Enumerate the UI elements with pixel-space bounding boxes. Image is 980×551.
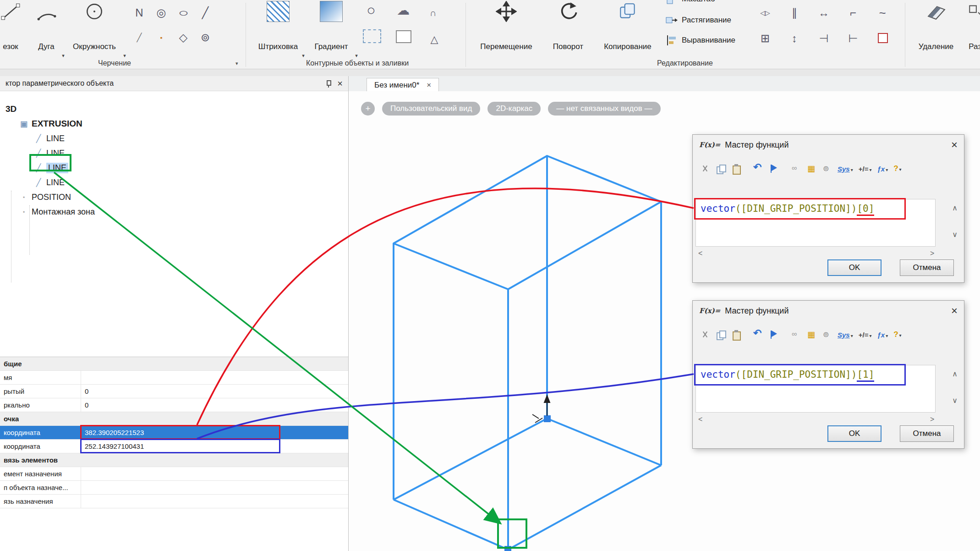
tool-explode[interactable]: Разб [961, 0, 980, 58]
tree-item[interactable]: 3D [0, 102, 348, 116]
insert-ref-icon[interactable] [822, 330, 832, 340]
grip-point-bottom[interactable] [504, 546, 511, 551]
scroll-up-icon[interactable]: ∧ [952, 369, 958, 378]
scroll-down-icon[interactable]: ∨ [952, 396, 958, 405]
panel-close-icon[interactable]: × [337, 79, 343, 88]
wipeout-triangle-icon[interactable] [425, 30, 443, 49]
region-icon[interactable] [396, 30, 411, 43]
operators-menu[interactable]: +/= [859, 331, 872, 339]
dialog-title-bar[interactable]: F(x)= Мастер функций × [693, 301, 964, 321]
flag-icon[interactable] [769, 164, 779, 174]
insert-block-icon[interactable] [806, 330, 816, 340]
cut-icon[interactable] [700, 330, 710, 340]
group-dialog-launcher-icon[interactable] [235, 58, 238, 69]
property-row[interactable]: мя [0, 371, 348, 385]
ok-button[interactable]: OK [827, 259, 881, 276]
dialog-close-icon[interactable]: × [951, 305, 958, 316]
property-row[interactable]: вязь элементов [0, 453, 348, 467]
tool-gradient[interactable]: Градиент [306, 0, 356, 58]
boundary-rect-icon[interactable] [363, 29, 381, 43]
ok-button[interactable]: OK [827, 425, 881, 442]
spline-edit-icon[interactable] [873, 4, 892, 22]
tree-item[interactable]: LINE [0, 146, 348, 160]
offset-icon[interactable] [785, 4, 804, 22]
dialog-close-icon[interactable]: × [951, 139, 958, 150]
profile-icon[interactable] [424, 4, 442, 22]
polyline-icon[interactable] [130, 4, 148, 22]
view-status-pill[interactable]: Пользовательский вид [382, 102, 480, 116]
tool-stretch[interactable]: Растягивание [665, 14, 731, 27]
point-icon[interactable] [152, 28, 170, 47]
scroll-down-icon[interactable]: ∨ [952, 230, 958, 239]
scroll-up-icon[interactable]: ∧ [952, 204, 958, 212]
property-row[interactable]: очка [0, 412, 348, 426]
property-value[interactable]: 382.390205221523 [81, 426, 348, 439]
property-row[interactable]: координата 252.143927100431 [0, 440, 348, 453]
copy-icon[interactable] [716, 330, 726, 340]
array-icon[interactable] [756, 29, 774, 48]
cancel-button[interactable]: Отмена [900, 259, 954, 276]
insert-block-icon[interactable] [806, 164, 816, 174]
help-menu[interactable]: ? [893, 164, 901, 173]
tree-item[interactable]: POSITION [0, 190, 348, 204]
help-menu[interactable]: ? [893, 330, 901, 339]
distribute-h-icon[interactable] [815, 4, 833, 22]
flag-icon[interactable] [769, 330, 779, 340]
trim-icon[interactable] [815, 29, 833, 48]
sys-variables-menu[interactable]: Sys [838, 331, 853, 339]
tool-hatch[interactable]: Штриховка [253, 0, 303, 58]
sys-variables-menu[interactable]: Sys [838, 165, 853, 173]
edit-hatch-icon[interactable] [878, 33, 888, 43]
tool-align[interactable]: Выравнивание [665, 34, 735, 47]
tab-close-icon[interactable]: × [427, 81, 431, 90]
property-value[interactable] [81, 371, 348, 384]
insert-ref-icon[interactable] [822, 164, 832, 174]
cut-icon[interactable] [700, 164, 710, 174]
spiral-icon[interactable] [152, 4, 170, 22]
property-value[interactable] [22, 357, 349, 370]
functions-menu[interactable]: ƒx [877, 165, 888, 173]
pin-icon[interactable] [325, 80, 331, 88]
property-row[interactable]: бщие [0, 357, 348, 371]
formula-editor[interactable]: vector([DIN_GRIP_POSITION])[1] [695, 365, 936, 413]
property-row[interactable]: емент назначения [0, 467, 348, 481]
extend-icon[interactable] [844, 29, 862, 48]
tool-line-segment[interactable]: езок [0, 0, 28, 58]
cancel-button[interactable]: Отмена [900, 425, 954, 442]
property-row[interactable]: п объекта назначе... [0, 481, 348, 495]
link-icon[interactable] [791, 330, 801, 340]
property-value[interactable] [81, 467, 348, 480]
property-value[interactable] [81, 481, 348, 494]
paste-icon[interactable] [731, 164, 741, 174]
formula-editor[interactable]: vector([DIN_GRIP_POSITION])[0] [695, 199, 936, 247]
tree-item[interactable]: LINE [0, 175, 348, 190]
tree-item[interactable]: LINE [0, 131, 348, 146]
donut-icon[interactable] [196, 28, 214, 47]
scroll-left-icon[interactable]: < [698, 249, 702, 258]
document-tab[interactable]: Без имени0* × [367, 78, 439, 92]
tool-rotate[interactable]: Поворот [543, 0, 593, 58]
tool-circle[interactable]: Окружность [64, 0, 125, 58]
dimension-line-icon[interactable] [130, 28, 148, 47]
construction-line-icon[interactable] [196, 4, 214, 22]
property-value[interactable]: 0 [81, 398, 348, 412]
polygon-icon[interactable] [174, 28, 192, 47]
dialog-title-bar[interactable]: F(x)= Мастер функций × [693, 135, 964, 155]
revision-cloud-icon[interactable] [394, 1, 412, 19]
tool-move[interactable]: Перемещение [472, 0, 541, 58]
property-row[interactable]: координата 382.390205221523 [0, 426, 348, 440]
tree-item[interactable]: LINE [0, 160, 348, 175]
view-status-pill[interactable]: 2D-каркас [487, 102, 541, 116]
chamfer-icon[interactable] [844, 4, 862, 22]
scroll-right-icon[interactable]: > [930, 249, 934, 258]
copy-icon[interactable] [716, 164, 726, 174]
tree-item[interactable]: EXTRUSION [0, 116, 348, 131]
view-status-pill[interactable]: — нет связанных видов — [548, 102, 660, 116]
tool-copy[interactable]: Копирование [596, 0, 660, 58]
paste-icon[interactable] [731, 330, 741, 340]
functions-menu[interactable]: ƒx [877, 331, 888, 339]
property-row[interactable]: рытый 0 [0, 385, 348, 398]
scroll-right-icon[interactable]: > [930, 415, 934, 424]
undo-icon[interactable] [753, 330, 763, 340]
viewport-menu-button[interactable]: + [361, 102, 375, 116]
